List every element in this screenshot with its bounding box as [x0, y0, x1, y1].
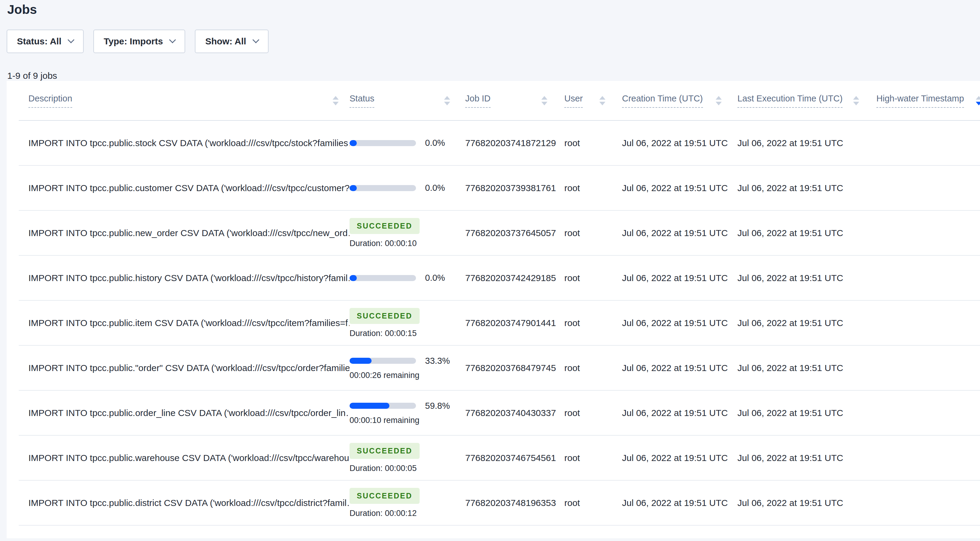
job-user: root	[564, 138, 622, 148]
table-row: IMPORT INTO tpcc.public.order_line CSV D…	[19, 391, 980, 436]
job-description-link[interactable]: IMPORT INTO tpcc.public.customer CSV DAT…	[19, 183, 350, 193]
job-status: 33.3% 00:00:26 remaining	[350, 356, 465, 380]
table-row: IMPORT INTO tpcc.public."order" CSV DATA…	[19, 346, 980, 391]
job-description-link[interactable]: IMPORT INTO tpcc.public.stock CSV DATA (…	[19, 138, 350, 148]
column-header-high-water-timestamp[interactable]: High-water Timestamp	[877, 94, 980, 108]
job-description-link[interactable]: IMPORT INTO tpcc.public.new_order CSV DA…	[19, 228, 350, 238]
time-remaining: 00:00:10 remaining	[350, 416, 465, 425]
job-description-link[interactable]: IMPORT INTO tpcc.public.history CSV DATA…	[19, 273, 350, 283]
job-status: SUCCEEDED Duration: 00:00:12	[350, 488, 465, 518]
job-status: 0.0%	[350, 138, 465, 148]
progress-bar	[350, 403, 416, 409]
job-duration: Duration: 00:00:12	[350, 509, 465, 518]
progress-percent: 0.0%	[425, 273, 445, 283]
table-header-row: Description Status Job ID User Creation …	[19, 81, 980, 121]
progress-percent: 0.0%	[425, 138, 445, 148]
jobs-table: Description Status Job ID User Creation …	[6, 81, 980, 538]
job-id: 776820203768479745	[465, 363, 564, 373]
show-filter-dropdown[interactable]: Show: All	[195, 30, 269, 53]
progress-bar	[350, 185, 416, 191]
last-execution-time: Jul 06, 2022 at 19:51 UTC	[737, 228, 877, 238]
creation-time: Jul 06, 2022 at 19:51 UTC	[622, 228, 737, 238]
job-user: root	[564, 318, 622, 328]
table-row: IMPORT INTO tpcc.public.warehouse CSV DA…	[19, 436, 980, 481]
last-execution-time: Jul 06, 2022 at 19:51 UTC	[737, 138, 877, 148]
sort-icon	[444, 96, 450, 105]
progress-percent: 0.0%	[425, 183, 445, 193]
job-description-link[interactable]: IMPORT INTO tpcc.public.warehouse CSV DA…	[19, 453, 350, 463]
last-execution-time: Jul 06, 2022 at 19:51 UTC	[737, 453, 877, 463]
job-id: 776820203737645057	[465, 228, 564, 238]
column-header-status[interactable]: Status	[350, 94, 465, 108]
job-id: 776820203740430337	[465, 408, 564, 418]
creation-time: Jul 06, 2022 at 19:51 UTC	[622, 408, 737, 418]
table-row: IMPORT INTO tpcc.public.stock CSV DATA (…	[19, 121, 980, 166]
creation-time: Jul 06, 2022 at 19:51 UTC	[622, 453, 737, 463]
time-remaining: 00:00:26 remaining	[350, 371, 465, 380]
last-execution-time: Jul 06, 2022 at 19:51 UTC	[737, 183, 877, 193]
job-id: 776820203747901441	[465, 318, 564, 328]
job-user: root	[564, 273, 622, 283]
jobs-count: 1-9 of 9 jobs	[7, 71, 57, 81]
job-status: 0.0%	[350, 273, 465, 283]
column-header-description[interactable]: Description	[19, 94, 350, 108]
column-header-job-id[interactable]: Job ID	[465, 94, 564, 108]
progress-bar	[350, 140, 416, 146]
status-badge-succeeded: SUCCEEDED	[350, 308, 420, 324]
sort-icon	[541, 96, 547, 105]
creation-time: Jul 06, 2022 at 19:51 UTC	[622, 273, 737, 283]
sort-icon-active	[976, 96, 980, 105]
job-description-link[interactable]: IMPORT INTO tpcc.public.order_line CSV D…	[19, 408, 350, 418]
status-badge-succeeded: SUCCEEDED	[350, 443, 420, 459]
job-user: root	[564, 498, 622, 508]
column-header-user[interactable]: User	[564, 94, 622, 108]
job-user: root	[564, 363, 622, 373]
progress-bar	[350, 358, 416, 364]
last-execution-time: Jul 06, 2022 at 19:51 UTC	[737, 273, 877, 283]
job-id: 776820203741872129	[465, 138, 564, 148]
job-user: root	[564, 408, 622, 418]
progress-percent: 33.3%	[425, 356, 450, 366]
chevron-down-icon	[253, 36, 259, 43]
job-user: root	[564, 228, 622, 238]
job-description-link[interactable]: IMPORT INTO tpcc.public.item CSV DATA ('…	[19, 318, 350, 328]
job-user: root	[564, 183, 622, 193]
job-user: root	[564, 453, 622, 463]
column-header-last-execution-time[interactable]: Last Execution Time (UTC)	[737, 94, 877, 108]
type-filter-label: Type: Imports	[103, 36, 163, 46]
column-header-creation-time[interactable]: Creation Time (UTC)	[622, 94, 737, 108]
status-badge-succeeded: SUCCEEDED	[350, 218, 420, 234]
status-badge-succeeded: SUCCEEDED	[350, 488, 420, 504]
progress-bar	[350, 275, 416, 281]
table-row: IMPORT INTO tpcc.public.district CSV DAT…	[19, 481, 980, 526]
job-duration: Duration: 00:00:15	[350, 329, 465, 338]
job-description-link[interactable]: IMPORT INTO tpcc.public.district CSV DAT…	[19, 498, 350, 508]
chevron-down-icon	[169, 36, 176, 43]
table-row: IMPORT INTO tpcc.public.customer CSV DAT…	[19, 166, 980, 211]
table-row: IMPORT INTO tpcc.public.new_order CSV DA…	[19, 211, 980, 256]
last-execution-time: Jul 06, 2022 at 19:51 UTC	[737, 363, 877, 373]
job-id: 776820203746754561	[465, 453, 564, 463]
filter-bar: Status: All Type: Imports Show: All	[6, 30, 269, 53]
job-status: 0.0%	[350, 183, 465, 193]
sort-icon	[599, 96, 605, 105]
status-filter-label: Status: All	[17, 36, 61, 46]
creation-time: Jul 06, 2022 at 19:51 UTC	[622, 183, 737, 193]
creation-time: Jul 06, 2022 at 19:51 UTC	[622, 498, 737, 508]
status-filter-dropdown[interactable]: Status: All	[6, 30, 84, 53]
show-filter-label: Show: All	[205, 36, 246, 46]
job-id: 776820203742429185	[465, 273, 564, 283]
last-execution-time: Jul 06, 2022 at 19:51 UTC	[737, 498, 877, 508]
last-execution-time: Jul 06, 2022 at 19:51 UTC	[737, 318, 877, 328]
jobs-page: Jobs Status: All Type: Imports Show: All…	[0, 0, 980, 541]
job-status: SUCCEEDED Duration: 00:00:05	[350, 443, 465, 473]
last-execution-time: Jul 06, 2022 at 19:51 UTC	[737, 408, 877, 418]
sort-icon	[716, 96, 722, 105]
job-status: 59.8% 00:00:10 remaining	[350, 401, 465, 425]
job-id: 776820203748196353	[465, 498, 564, 508]
type-filter-dropdown[interactable]: Type: Imports	[93, 30, 185, 53]
job-description-link[interactable]: IMPORT INTO tpcc.public."order" CSV DATA…	[19, 363, 350, 373]
job-status: SUCCEEDED Duration: 00:00:15	[350, 308, 465, 338]
creation-time: Jul 06, 2022 at 19:51 UTC	[622, 363, 737, 373]
creation-time: Jul 06, 2022 at 19:51 UTC	[622, 318, 737, 328]
